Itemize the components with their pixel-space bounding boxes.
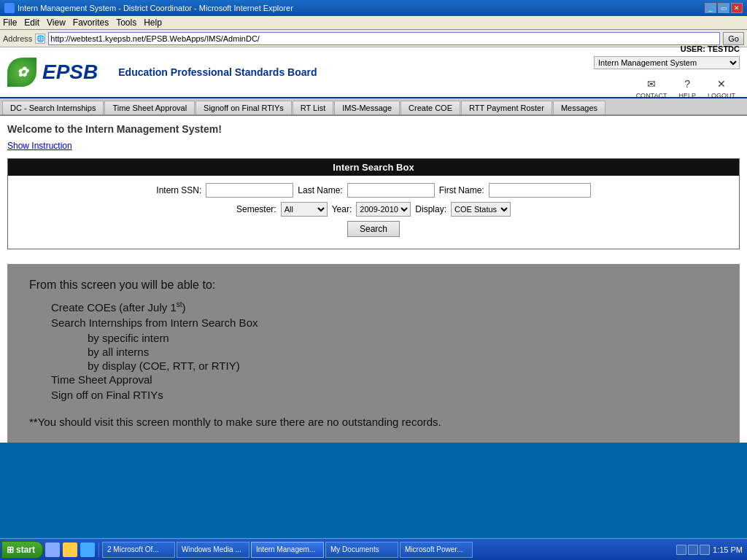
menu-tools[interactable]: Tools (116, 18, 136, 28)
instruction-intro: From this screen you will be able to: (29, 279, 718, 292)
restore-btn[interactable]: ▭ (718, 3, 729, 13)
help-icon: ? (679, 77, 695, 91)
help-label: HELP (678, 92, 696, 99)
instruction-note: **You should visit this screen monthly t… (29, 416, 718, 428)
nav-tab-rtlist[interactable]: RT List (293, 101, 333, 114)
logo-text: EPSB (42, 61, 98, 84)
ssn-label: Intern SSN: (156, 185, 201, 195)
instr-sub-all: by all interns (88, 346, 718, 358)
search-row-1: Intern SSN: Last Name: First Name: (15, 183, 732, 198)
logout-icon: ✕ (713, 77, 729, 91)
app-header: ✿ EPSB Education Professional Standards … (0, 47, 747, 98)
browser-content: ✿ EPSB Education Professional Standards … (0, 47, 747, 443)
lastname-label: Last Name: (298, 185, 342, 195)
welcome-heading: Welcome to the Intern Management System! (7, 123, 740, 135)
nav-tab-create-coe[interactable]: Create COE (400, 101, 460, 114)
user-info: USER: TESTDC (681, 44, 740, 53)
help-button[interactable]: ? HELP (674, 75, 700, 101)
logout-label: LOGOUT (708, 92, 735, 99)
nav-tab-rtt-payment[interactable]: RTT Payment Roster (461, 101, 552, 114)
window-controls[interactable]: _ ▭ ✕ (705, 3, 743, 13)
year-select[interactable]: 2009-2010 2010-2011 2008-2009 (356, 202, 411, 217)
menu-file[interactable]: File (3, 18, 17, 28)
show-instruction-link[interactable]: Show Instruction (7, 141, 740, 151)
year-label: Year: (332, 204, 352, 214)
nav-tab-signoff[interactable]: Signoff on Final RTIYs (196, 101, 292, 114)
intern-search-box: Intern Search Box Intern SSN: Last Name:… (7, 158, 740, 249)
menu-favorites[interactable]: Favorites (73, 18, 109, 28)
envelope-icon: ✉ (643, 77, 659, 91)
search-button[interactable]: Search (347, 221, 400, 237)
menu-bar: File Edit View Favorites Tools Help (0, 16, 747, 30)
logo-leaf-icon: ✿ (7, 58, 36, 87)
firstname-input[interactable] (489, 183, 591, 198)
page-body: Welcome to the Intern Management System!… (0, 116, 747, 264)
instr-item-timesheet: Time Sheet Approval (51, 373, 718, 386)
firstname-label: First Name: (439, 185, 484, 195)
system-select[interactable]: Intern Management System (594, 56, 740, 69)
instr-sub-specific: by specific intern (88, 332, 718, 344)
logout-button[interactable]: ✕ LOGOUT (703, 75, 740, 101)
nav-tab-ims-message[interactable]: IMS-Message (334, 101, 400, 114)
address-label: Address (3, 34, 32, 43)
header-icons: ✉ CONTACT ? HELP ✕ LOGOUT (632, 75, 740, 101)
window-title: Intern Management System - District Coor… (18, 4, 293, 12)
contact-button[interactable]: ✉ CONTACT (632, 75, 672, 101)
display-select[interactable]: COE Status RTT Status RTIY Status (451, 202, 511, 217)
instr-item-signoff: Sign off on Final RTIYs (51, 389, 718, 401)
logo-area: ✿ EPSB Education Professional Standards … (7, 58, 317, 87)
ssn-input[interactable] (206, 183, 293, 198)
menu-edit[interactable]: Edit (24, 18, 39, 28)
minimize-btn[interactable]: _ (705, 3, 716, 13)
instruction-panel: From this screen you will be able to: Cr… (7, 264, 740, 443)
search-row-2: Semester: All Fall Spring Summer Year: 2… (15, 202, 732, 217)
search-box-title: Intern Search Box (8, 159, 739, 176)
nav-bar: DC - Search Internships Time Sheet Appro… (0, 98, 747, 116)
nav-tab-search-internships[interactable]: DC - Search Internships (2, 101, 104, 114)
go-button[interactable]: Go (723, 32, 744, 45)
instr-item-coe: Create COEs (after July 1st) (51, 300, 718, 314)
header-right: USER: TESTDC Intern Management System ✉ … (594, 44, 740, 101)
nav-tab-timesheet[interactable]: Time Sheet Approval (104, 101, 195, 114)
ie-icon (4, 3, 15, 13)
address-input[interactable] (48, 32, 720, 45)
instr-item-search: Search Internships from Intern Search Bo… (51, 316, 718, 329)
semester-select[interactable]: All Fall Spring Summer (281, 202, 328, 217)
semester-label: Semester: (236, 204, 276, 214)
title-bar: Intern Management System - District Coor… (0, 0, 747, 16)
org-name: Education Professional Standards Board (118, 66, 317, 78)
display-label: Display: (415, 204, 446, 214)
menu-help[interactable]: Help (144, 18, 162, 28)
contact-label: CONTACT (636, 92, 667, 99)
instr-sub-display: by display (COE, RTT, or RTIY) (88, 359, 718, 372)
nav-tab-messages[interactable]: Messages (553, 101, 605, 114)
close-btn[interactable]: ✕ (731, 3, 743, 13)
lastname-input[interactable] (347, 183, 435, 198)
search-form: Intern SSN: Last Name: First Name: Semes… (8, 176, 739, 249)
menu-view[interactable]: View (47, 18, 66, 28)
search-row-3: Search (15, 221, 732, 237)
address-icon: 🌐 (35, 34, 45, 44)
